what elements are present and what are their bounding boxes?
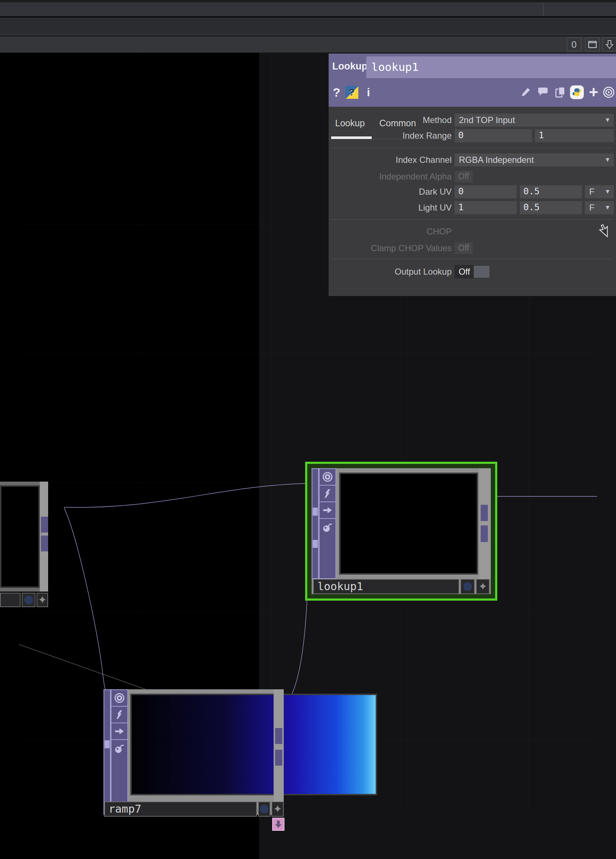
node-color-swatch	[463, 582, 472, 591]
operator-type-label: Lookup	[332, 61, 367, 72]
arrow-flag-icon[interactable]	[111, 723, 127, 740]
node-color-swatch	[260, 805, 269, 814]
separator	[331, 259, 613, 259]
light-uv-label: Light UV	[331, 201, 452, 214]
bomb-flag-icon[interactable]	[320, 519, 336, 536]
independent-alpha-label: Independent Alpha	[331, 170, 452, 183]
dark-uv-field-2[interactable]: 0.5	[520, 185, 582, 198]
python-help-icon[interactable]: ?	[344, 84, 359, 101]
pane-bar: 0	[0, 36, 616, 53]
node-lookup1-selection-border: lookup1 ✦	[305, 462, 497, 601]
ramp-input-strip	[103, 689, 111, 815]
parameter-dialog: Lookup lookup1 ? ? i	[328, 53, 616, 296]
menu-bar	[0, 3, 616, 17]
collapse-arrow-button[interactable]	[602, 37, 616, 52]
node-left-name-field[interactable]	[0, 593, 20, 607]
edit-pencil-icon[interactable]	[518, 84, 533, 101]
comment-bubble-icon[interactable]	[536, 84, 550, 101]
node-left-namebar: ✦	[0, 593, 48, 607]
pane-zero-button[interactable]: 0	[567, 37, 581, 52]
index-channel-label: Index Channel	[331, 153, 452, 166]
lookup-output-connector-1[interactable]	[481, 505, 488, 521]
independent-alpha-toggle-disabled: Off	[455, 171, 473, 182]
output-lookup-toggle[interactable]: Off	[455, 265, 490, 278]
copy-clipboard-icon[interactable]	[553, 84, 568, 101]
method-label: Method	[331, 114, 452, 127]
node-left-preview	[0, 485, 40, 588]
ramp-color-cell[interactable]	[258, 801, 270, 817]
node-ramp7[interactable]: ramp7 ✦	[103, 689, 284, 815]
light-uv-unit-dropdown[interactable]: F▼	[585, 201, 614, 214]
clamp-chop-values-label: Clamp CHOP Values	[331, 242, 452, 255]
node-left-color-cell[interactable]	[22, 593, 36, 607]
node-left-partial[interactable]: ✦	[0, 482, 48, 592]
pane-zero-label: 0	[571, 39, 577, 50]
ramp-output-connector-1[interactable]	[275, 728, 282, 744]
lookup-output-column	[479, 468, 491, 579]
node-left-output-column	[40, 482, 48, 592]
output-lookup-toggle-knob[interactable]	[474, 266, 490, 278]
chevron-down-icon: ▼	[604, 153, 611, 166]
wire-leftnode-to-ramp-input[interactable]	[64, 508, 116, 701]
ramp-output-connector-2[interactable]	[275, 750, 282, 766]
star-icon: ✦	[38, 595, 47, 605]
lookup-output-connector-2[interactable]	[481, 525, 488, 542]
python-logo-icon[interactable]	[570, 84, 584, 101]
dark-uv-field-1[interactable]: 0	[455, 185, 517, 198]
ramp-comment-cell[interactable]: ✦	[272, 801, 284, 817]
index-range-field-1[interactable]: 0	[455, 129, 532, 142]
lookup-color-cell[interactable]	[460, 579, 475, 594]
down-arrow-icon	[605, 40, 613, 49]
arrow-flag-icon[interactable]	[320, 502, 336, 519]
lookup-input-connector-1[interactable]	[313, 508, 318, 515]
index-range-field-2[interactable]: 1	[535, 129, 614, 142]
index-range-label: Index Range	[331, 129, 452, 142]
ramp-expose-parameters-button[interactable]	[272, 818, 285, 831]
node-left-comment-cell[interactable]: ✦	[36, 593, 48, 607]
lookup-comment-cell[interactable]: ✦	[476, 579, 490, 594]
touchdesigner-window: 0	[0, 0, 616, 859]
light-uv-field-1[interactable]: 1	[455, 201, 517, 214]
help-icon[interactable]: ?	[329, 84, 344, 101]
ramp-input-connector[interactable]	[105, 740, 109, 748]
chevron-down-icon: ▼	[604, 201, 611, 214]
light-uv-field-2[interactable]: 0.5	[520, 201, 582, 214]
separator	[331, 148, 613, 148]
ramp-output-column	[274, 689, 284, 815]
operator-name-field[interactable]: lookup1	[366, 56, 616, 78]
ramp-name-field[interactable]: ramp7	[104, 801, 257, 817]
viewer-bullseye-flag-icon[interactable]	[111, 690, 127, 707]
bomb-flag-icon[interactable]	[111, 740, 127, 757]
output-lookup-label: Output Lookup	[331, 265, 452, 278]
star-icon: ✦	[273, 804, 282, 814]
lightning-flag-icon[interactable]	[320, 486, 336, 502]
dark-uv-label: Dark UV	[331, 185, 452, 198]
ramp-preview-gradient[interactable]	[130, 693, 377, 795]
lightning-flag-icon[interactable]	[111, 707, 127, 723]
add-plus-icon[interactable]: +	[586, 84, 601, 101]
titlebar-strip	[0, 0, 616, 3]
lookup-input-connector-2[interactable]	[313, 540, 318, 548]
clamp-chop-toggle-disabled: Off	[455, 242, 473, 254]
window-icon	[588, 41, 597, 48]
method-dropdown[interactable]: 2nd TOP Input▼	[455, 114, 614, 127]
lookup-namebar: lookup1 ✦	[313, 579, 491, 594]
info-icon[interactable]: i	[361, 84, 376, 101]
target-bullseye-icon[interactable]	[602, 84, 616, 101]
star-icon: ✦	[478, 581, 487, 592]
lookup-input-strip	[312, 468, 319, 579]
window-button[interactable]	[585, 37, 600, 52]
node-left-output-connector-1[interactable]	[41, 517, 48, 533]
mouse-cursor	[596, 223, 609, 237]
wire-leftnode-to-lookup-input1[interactable]	[64, 483, 310, 507]
node-left-output-connector-2[interactable]	[41, 536, 48, 551]
dark-uv-unit-dropdown[interactable]: F▼	[585, 185, 614, 198]
lookup-preview[interactable]	[339, 473, 478, 575]
pink-down-arrow-icon	[274, 820, 282, 829]
viewer-bullseye-flag-icon[interactable]	[320, 469, 336, 486]
toolbar-row	[0, 17, 616, 36]
lookup-name-field[interactable]: lookup1	[313, 579, 459, 594]
ramp-namebar: ramp7 ✦	[104, 801, 285, 817]
index-channel-dropdown[interactable]: RGBA Independent▼	[455, 153, 614, 166]
node-lookup1[interactable]: lookup1 ✦	[312, 468, 491, 594]
